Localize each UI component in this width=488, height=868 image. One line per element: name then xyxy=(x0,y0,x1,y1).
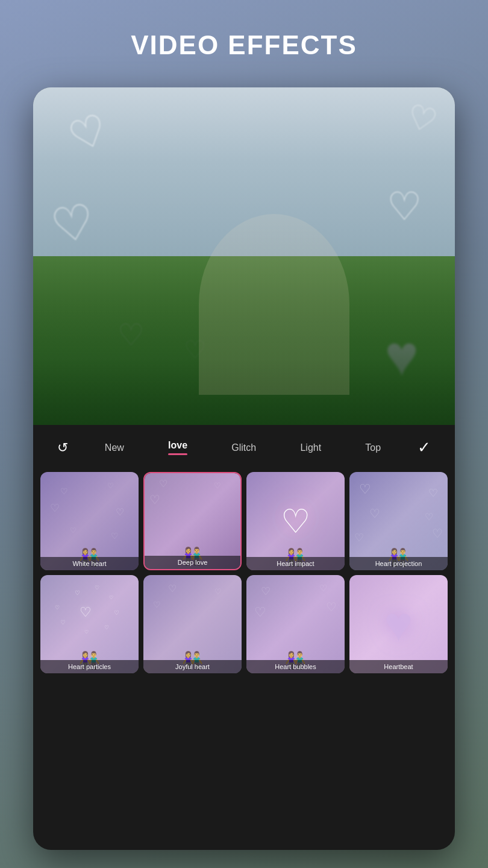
effect-heart-bubbles[interactable]: ♡ ♡ ♡ ♡ 👫 Heart bubbles xyxy=(246,575,345,673)
effect-heart-projection[interactable]: ♡ ♡ ♡ ♡ ♡ ♡ 👫 Heart projection xyxy=(349,472,448,570)
effect-label-heart-impact: Heart impact xyxy=(246,557,345,570)
effect-label-heart-projection: Heart projection xyxy=(349,557,448,570)
toolbar: ↺ New love Glitch Light Top ✓ xyxy=(33,425,455,467)
tab-love[interactable]: love xyxy=(161,437,195,458)
big-heart-hbeat: ♥ xyxy=(384,597,413,652)
video-preview[interactable]: ♡ ♡ ♡ ♡ ♡ ♡ ♥ xyxy=(33,87,455,425)
effects-grid: ♡ ♡ ♡ ♡ ♡ ♡ 👫 White heart ♡ ♡ ♡ 👫 xyxy=(33,467,455,685)
person-hint xyxy=(199,214,349,395)
tab-new[interactable]: New xyxy=(98,439,131,456)
effect-heart-impact[interactable]: ♡ 👫 Heart impact xyxy=(246,472,345,570)
tab-light[interactable]: Light xyxy=(293,439,328,456)
effect-heart-particles[interactable]: ♡ ♡ ♡ ♡ ♡ ♡ ♡ ♡ ♡ 👫 Heart particles xyxy=(40,575,139,673)
effect-label-heartbeat: Heartbeat xyxy=(349,660,448,673)
tab-glitch[interactable]: Glitch xyxy=(224,439,263,456)
glow-heart-hi: ♡ xyxy=(281,502,310,541)
effect-label-heart-bubbles: Heart bubbles xyxy=(246,660,345,673)
effect-label-deep-love: Deep love xyxy=(145,556,240,569)
effect-label-white-heart: White heart xyxy=(40,557,139,570)
effect-white-heart[interactable]: ♡ ♡ ♡ ♡ ♡ ♡ 👫 White heart xyxy=(40,472,139,570)
effect-label-joyful-heart: Joyful heart xyxy=(143,660,242,673)
reset-button[interactable]: ↺ xyxy=(57,440,68,456)
effect-heartbeat[interactable]: ♥ Heartbeat xyxy=(349,575,448,673)
main-card: ♡ ♡ ♡ ♡ ♡ ♡ ♥ ↺ New love Glitch Light To… xyxy=(33,87,455,850)
tab-top[interactable]: Top xyxy=(358,439,388,456)
float-heart-4: ♡ xyxy=(387,184,422,229)
page-title: VIDEO EFFECTS xyxy=(0,30,488,60)
effect-joyful-heart[interactable]: ♡ ♡ ♡ 👫 Joyful heart xyxy=(143,575,242,673)
confirm-button[interactable]: ✓ xyxy=(418,438,431,457)
effect-label-heart-particles: Heart particles xyxy=(40,660,139,673)
effect-deep-love[interactable]: ♡ ♡ ♡ 👫 Deep love xyxy=(143,472,242,570)
